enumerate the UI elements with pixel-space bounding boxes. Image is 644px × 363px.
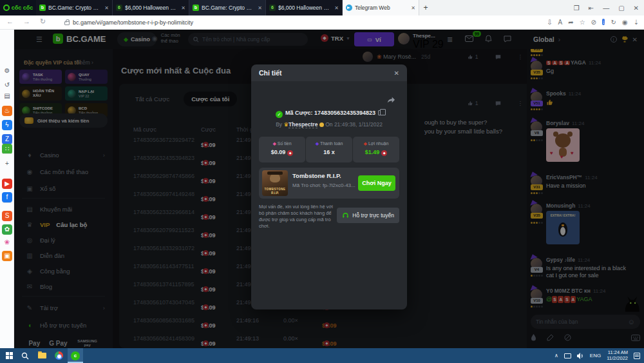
windows-icon [6, 352, 13, 359]
bcgame-favicon: b [193, 5, 199, 11]
modal-body: ✓Mã Cược: 1748305632435394823 By ♛Thespe… [251, 81, 407, 309]
sync-icon[interactable]: ↻ [611, 19, 616, 26]
search-icon [21, 352, 29, 360]
stat-box: ◆ Thanh toán16 x [306, 137, 352, 162]
halloween-favicon: 6 [269, 5, 276, 11]
halloween-favicon: 6 [116, 5, 122, 11]
messenger-icon[interactable]: ϟ [2, 120, 12, 130]
coccoc-icon [3, 5, 10, 11]
verified-check-icon: ✓ [276, 111, 283, 118]
game-title: Tombstone R.I.P. [292, 172, 341, 179]
bet-id-value: 1748305632435394823 [314, 110, 375, 116]
zalo-icon[interactable]: Z [2, 134, 12, 144]
browser-address-bar: ← → ↻ bc.game/vi/game/tombstone-r-i-p-by… [0, 15, 644, 30]
taskbar-clock[interactable]: 11:24 AM11/2/2022 [607, 350, 628, 361]
reload-button[interactable]: ↻ [40, 17, 46, 26]
browser-tab[interactable]: bBC.Game: Crypto Casino Gan✕ [189, 0, 266, 15]
modal-title: Chi tiết [259, 69, 394, 77]
stat-box: ◆ Số tiền$0.09◆ [259, 137, 305, 162]
stat-icon: ◆ [364, 141, 367, 146]
save-icon[interactable]: ⇩ [547, 19, 552, 26]
bet-id-row: ✓Mã Cược: 1748305632435394823 [251, 110, 407, 118]
game-thumbnail[interactable]: TOMBSTONE R.I.P. [262, 170, 288, 196]
add-icon[interactable]: + [2, 159, 12, 169]
browser-tab[interactable]: 6$6,000 Halloween Slot Battle✕ [113, 0, 189, 15]
gift-icon[interactable]: ✿ [2, 224, 12, 235]
coccoc-logo[interactable]: cốc cốc [0, 0, 36, 15]
close-tab-icon[interactable]: ✕ [334, 5, 339, 11]
extension-icons: ⇩A➦☆⊘↓↻◉⇣ [547, 17, 639, 27]
bet-detail-modal: Chi tiết ✕ ✓Mã Cược: 1748305632435394823… [251, 64, 407, 309]
taskbar-search[interactable] [17, 348, 33, 363]
game-id-value: fp-7i2xc0-43... [323, 182, 355, 188]
copy-icon[interactable] [378, 110, 383, 115]
flower-icon[interactable]: ❀ [2, 237, 12, 248]
tab-strip: bBC.Game: Crypto Casino Gan✕6$6,000 Hall… [36, 0, 419, 15]
language-indicator[interactable]: ENG [590, 353, 601, 358]
facebook-icon[interactable]: f [2, 192, 12, 202]
downloads-icon[interactable]: ⇣ [634, 19, 639, 26]
stat-icon: ◆ [316, 141, 319, 146]
bet-datetime: 21:49:38, 1/11/2022 [334, 121, 383, 128]
shop-icon[interactable]: S [2, 211, 12, 221]
download-button[interactable]: ↓ [602, 17, 605, 27]
adblock-icon[interactable]: ⊘ [591, 19, 596, 26]
action-center-icon[interactable] [634, 353, 640, 359]
cowboy-face [270, 173, 280, 182]
url-text: bc.game/vi/game/tombstone-r-i-p-by-nolim… [73, 19, 193, 26]
close-tab-icon[interactable]: ✕ [411, 5, 415, 11]
share-icon[interactable]: ➦ [568, 19, 573, 26]
network-icon[interactable] [564, 353, 571, 358]
coin-badge-icon [319, 123, 324, 127]
forward-button[interactable]: → [23, 17, 30, 25]
youtube-icon[interactable]: ▶ [2, 179, 12, 189]
profile-icon[interactable]: ◉ [622, 19, 628, 26]
coccoc-icon: c [71, 351, 80, 360]
start-button[interactable] [1, 348, 17, 363]
bcgame-favicon: b [39, 5, 46, 11]
new-tab-button[interactable]: + [421, 3, 431, 13]
stat-box: ◆ Lợi nhuận$1.49◆ [353, 137, 399, 162]
windows-taskbar: c ∧ ENG 11:24 AM11/2/2022 [0, 348, 644, 363]
url-bar[interactable]: bc.game/vi/game/tombstone-r-i-p-by-nolim… [64, 17, 451, 28]
volume-icon[interactable] [577, 353, 584, 359]
telegram-favicon [346, 5, 352, 11]
close-tab-icon[interactable]: ✕ [258, 5, 262, 11]
game-id-row: Mã Trò chơi: fp-7i2xc0-43... [292, 182, 363, 188]
maximize-button[interactable]: ▢ [618, 5, 624, 12]
close-button[interactable]: ✕ [634, 5, 639, 12]
browser-side-rail: ⚙↺▤♨ϟZ∷+▶fS✿❀▣△⋯ [0, 30, 14, 348]
minimize-button[interactable]: — [603, 5, 609, 12]
history-icon[interactable]: ↺ [2, 80, 12, 90]
browser-tab-bar: cốc cốc bBC.Game: Crypto Casino Gan✕6$6,… [0, 0, 644, 15]
send-tab-icon[interactable]: ⇤ [589, 5, 594, 12]
stat-icon: ◆ [272, 141, 276, 146]
play-now-button[interactable]: Chơi Ngay [358, 175, 395, 191]
player-name[interactable]: Thespectre [289, 121, 317, 128]
reading-list-icon[interactable]: ▤ [2, 91, 12, 101]
browser-tab[interactable]: bBC.Game: Crypto Casino Gan✕ [36, 0, 113, 15]
hot-deals-icon[interactable]: ♨ [2, 106, 12, 116]
live-support-button[interactable]: Hỗ trợ trực tuyến [337, 208, 399, 223]
settings-icon[interactable]: ⚙ [2, 66, 12, 76]
modal-close-button[interactable]: ✕ [394, 70, 399, 77]
browser-tab[interactable]: 6$6,000 Halloween Slot Battle✕ [266, 0, 343, 15]
support-note: Mọi vấn đề, xin vui lòng liên hệ với bộ … [259, 204, 337, 230]
cart-icon[interactable]: ▣ [2, 251, 12, 261]
file-explorer-button[interactable] [34, 348, 50, 363]
chrome-icon [55, 351, 63, 360]
translate-icon[interactable]: A [558, 19, 563, 26]
browser-tab[interactable]: Telegram Web✕ [343, 0, 419, 15]
crown-icon: ♛ [283, 121, 289, 128]
modal-header: Chi tiết ✕ [251, 64, 407, 81]
share-icon[interactable] [386, 95, 395, 103]
bookmark-star-icon[interactable]: ☆ [580, 19, 585, 26]
back-button[interactable]: ← [6, 17, 14, 25]
games-icon[interactable]: ∷ [2, 144, 12, 154]
close-tab-icon[interactable]: ✕ [104, 5, 109, 11]
tray-expand-icon[interactable]: ∧ [554, 353, 558, 358]
coccoc-taskbar-button[interactable]: c [68, 348, 83, 363]
close-tab-icon[interactable]: ✕ [181, 5, 185, 11]
chrome-button[interactable] [51, 348, 66, 363]
pip-icon[interactable]: ❐ [574, 5, 580, 12]
